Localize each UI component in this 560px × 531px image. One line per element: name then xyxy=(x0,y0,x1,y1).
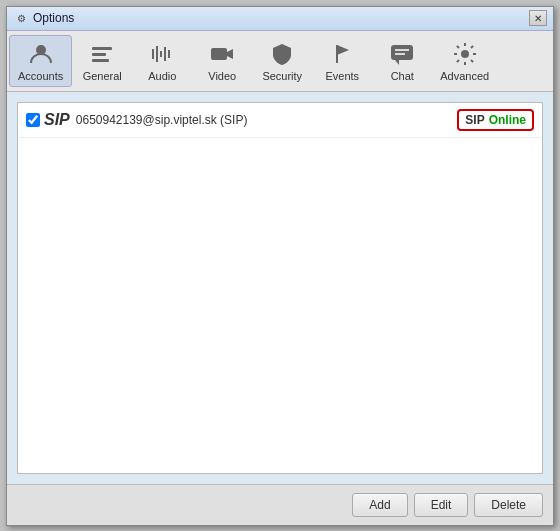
tab-security[interactable]: Security xyxy=(252,35,312,87)
audio-icon xyxy=(148,40,176,68)
svg-rect-1 xyxy=(92,47,112,50)
tab-accounts[interactable]: Accounts xyxy=(9,35,72,87)
chat-icon xyxy=(388,40,416,68)
tab-events-label: Events xyxy=(325,70,359,82)
security-icon xyxy=(268,40,296,68)
tab-general-label: General xyxy=(83,70,122,82)
svg-rect-2 xyxy=(92,53,106,56)
toolbar: Accounts General xyxy=(7,31,553,92)
account-sip-badge: SIP xyxy=(44,111,70,129)
svg-marker-12 xyxy=(337,45,349,55)
accounts-list: SIP 0650942139@sip.viptel.sk (SIP) SIP O… xyxy=(17,102,543,474)
tab-events[interactable]: Events xyxy=(312,35,372,87)
svg-marker-10 xyxy=(227,49,233,59)
svg-rect-9 xyxy=(211,48,227,60)
bottom-bar: Add Edit Delete xyxy=(7,484,553,525)
tab-accounts-label: Accounts xyxy=(18,70,63,82)
tab-advanced[interactable]: Advanced xyxy=(432,35,497,87)
edit-button[interactable]: Edit xyxy=(414,493,469,517)
tab-security-label: Security xyxy=(262,70,302,82)
tab-chat[interactable]: Chat xyxy=(372,35,432,87)
tab-general[interactable]: General xyxy=(72,35,132,87)
window-title: Options xyxy=(33,11,529,25)
svg-rect-13 xyxy=(391,45,413,60)
options-window: ⚙ Options ✕ Accounts Gener xyxy=(6,6,554,526)
window-icon: ⚙ xyxy=(13,10,29,26)
svg-rect-3 xyxy=(92,59,109,62)
account-status-sip: SIP xyxy=(465,113,484,127)
tab-video[interactable]: Video xyxy=(192,35,252,87)
account-row[interactable]: SIP 0650942139@sip.viptel.sk (SIP) SIP O… xyxy=(18,103,542,138)
account-status-area: SIP Online xyxy=(457,109,534,131)
tab-audio[interactable]: Audio xyxy=(132,35,192,87)
tab-advanced-label: Advanced xyxy=(440,70,489,82)
svg-point-17 xyxy=(461,50,469,58)
title-bar: ⚙ Options ✕ xyxy=(7,7,553,31)
tab-chat-label: Chat xyxy=(391,70,414,82)
account-status-online: Online xyxy=(489,113,526,127)
close-button[interactable]: ✕ xyxy=(529,10,547,26)
delete-button[interactable]: Delete xyxy=(474,493,543,517)
tab-audio-label: Audio xyxy=(148,70,176,82)
account-name: 0650942139@sip.viptel.sk (SIP) xyxy=(76,113,458,127)
video-icon xyxy=(208,40,236,68)
general-icon xyxy=(88,40,116,68)
accounts-icon xyxy=(27,40,55,68)
content-area: SIP 0650942139@sip.viptel.sk (SIP) SIP O… xyxy=(7,92,553,484)
account-checkbox[interactable] xyxy=(26,113,40,127)
tab-video-label: Video xyxy=(208,70,236,82)
add-button[interactable]: Add xyxy=(352,493,407,517)
advanced-icon xyxy=(451,40,479,68)
events-icon xyxy=(328,40,356,68)
svg-marker-14 xyxy=(395,60,399,65)
